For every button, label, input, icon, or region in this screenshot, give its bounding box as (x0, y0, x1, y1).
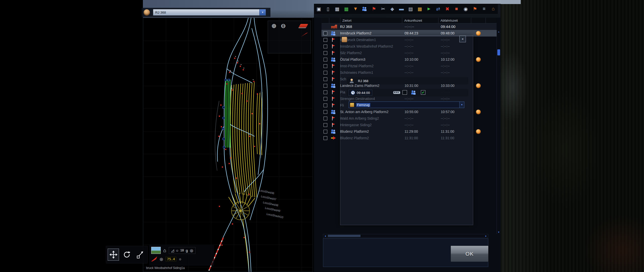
signal-icon[interactable]: ◉ (461, 4, 470, 14)
row-checkbox[interactable] (324, 123, 327, 127)
row-checkbox[interactable] (324, 58, 327, 61)
ok-button[interactable]: OK (451, 246, 489, 262)
service-name: RJ 368 (340, 24, 402, 29)
row-checkbox[interactable] (324, 117, 327, 120)
passenger-stop-icon (476, 83, 481, 88)
gauge-icon[interactable]: ◎ (160, 257, 163, 261)
angle-value[interactable]: 18 (180, 249, 184, 252)
popup-train-row: RJ 368 (347, 77, 468, 84)
rotate-tool-button[interactable] (121, 249, 132, 261)
flag-icon (331, 38, 336, 42)
rotate-icon (123, 250, 131, 259)
stop-properties-popup: × RJ 368 09:44:00 ✔ Fernzug ▼ (340, 35, 473, 225)
slope-icon[interactable]: ◿ (171, 249, 174, 252)
wagon-icon[interactable]: ▬ (397, 4, 406, 14)
scroll-thumb[interactable] (497, 49, 500, 55)
row-checkbox[interactable] (324, 38, 327, 42)
row-checkbox[interactable] (324, 77, 327, 81)
snap-icon[interactable]: ○ (176, 249, 178, 252)
row-checkbox[interactable] (324, 64, 327, 68)
combo-arrow-icon[interactable]: ▼ (259, 9, 266, 15)
translate-icon (136, 250, 144, 259)
passenger-stop-icon (476, 129, 481, 134)
row-checkbox[interactable] (324, 31, 327, 35)
horizontal-scrollbar[interactable]: ◄ ► (323, 234, 488, 238)
eraser-icon[interactable] (299, 24, 308, 27)
flag-icon (331, 51, 336, 55)
column-departure[interactable]: Abfahrtszeit (438, 18, 471, 23)
unchecked-checkbox[interactable] (403, 90, 407, 95)
category-icon (350, 103, 354, 107)
row-checkbox[interactable] (324, 71, 327, 75)
coach-icon (393, 90, 400, 95)
row-checkbox[interactable] (324, 110, 327, 114)
passengers-icon (411, 90, 416, 95)
scroll-down-icon[interactable]: ▼ (497, 231, 501, 233)
dropdown-arrow-icon[interactable]: ▼ (459, 102, 464, 108)
stop-name: Innsbruck Platform2 (340, 31, 402, 35)
row-checkbox[interactable] (324, 97, 327, 101)
palette-icon[interactable]: ▩ (415, 4, 425, 14)
category-value: Fernzug (356, 103, 370, 107)
flag-icon[interactable]: ⚑ (369, 4, 379, 14)
passengers-icon (331, 110, 336, 114)
popup-time-row: 09:44:00 ✔ (347, 89, 468, 96)
terrain-texture-icon[interactable] (151, 247, 161, 254)
delete-icon[interactable]: ▯ (324, 4, 333, 14)
row-checkbox[interactable] (324, 136, 327, 140)
track-map[interactable]: LocoShed46 LocoShed47 LocoShed48 LocoShe… (143, 18, 313, 272)
gravity-icon[interactable]: g (186, 249, 188, 252)
service-arrival: --:--:-- (402, 24, 438, 29)
grid-icon[interactable]: ▦ (333, 4, 342, 14)
house-icon[interactable]: ⌂ (163, 248, 166, 253)
timetable-icon[interactable]: ▦ (342, 4, 351, 14)
scroll-right-icon[interactable]: ► (484, 235, 488, 237)
row-checkbox[interactable] (324, 84, 327, 88)
zoom-out-icon[interactable]: ⊖ (281, 23, 286, 29)
track-diagram (143, 18, 313, 272)
column-destination[interactable]: Zielort (340, 18, 402, 23)
target-icon[interactable]: ◎ (190, 249, 193, 252)
scroll-left-icon[interactable]: ◄ (323, 235, 327, 237)
flag-icon (331, 70, 336, 75)
cancel-icon[interactable]: ✖ (443, 4, 452, 14)
row-checkbox[interactable] (324, 130, 327, 133)
notes-icon[interactable]: ▤ (406, 4, 415, 14)
vertical-scrollbar[interactable]: ▲ ▼ (497, 30, 501, 234)
column-arrival[interactable]: Ankunftszeit (402, 18, 438, 23)
couple-icon[interactable]: ◆ (388, 4, 397, 14)
train-select-combo[interactable]: RJ 368 ▼ (153, 9, 266, 16)
translate-object-button[interactable] (135, 249, 146, 261)
play-icon[interactable]: ► (424, 4, 434, 14)
flag-icon (331, 77, 336, 81)
loco-icon[interactable]: ■ (452, 4, 461, 14)
insert-below-icon[interactable]: ▼ (351, 4, 360, 14)
pen-icon[interactable] (300, 32, 308, 38)
track-icon[interactable]: ≡ (479, 4, 489, 14)
service-row[interactable]: RJ 368 --:--:-- 09:44:00 (321, 23, 497, 30)
cut-icon[interactable]: ✂ (379, 4, 388, 14)
clock-icon (351, 90, 355, 95)
checked-checkbox[interactable]: ✔ (421, 90, 425, 95)
depot-icon[interactable]: ⌂ (489, 4, 498, 14)
circle-tool-icon[interactable]: ○ (179, 257, 181, 261)
selected-train: RJ 368 (153, 11, 166, 14)
row-checkbox[interactable] (324, 104, 327, 107)
zoom-in-icon[interactable]: ⊕ (271, 23, 276, 29)
passengers-icon (331, 83, 336, 88)
flag-icon (331, 44, 336, 49)
scroll-up-icon[interactable]: ▲ (497, 30, 501, 33)
paint-tool-icon[interactable] (151, 256, 157, 261)
swap-icon[interactable]: ⇄ (434, 4, 443, 14)
move-tool-button[interactable] (108, 249, 119, 261)
row-checkbox[interactable] (324, 51, 327, 55)
stop-time-field[interactable]: 09:44:00 (348, 90, 372, 96)
passengers-icon[interactable] (360, 4, 370, 14)
row-checkbox[interactable] (324, 45, 327, 48)
save-icon[interactable]: ▣ (314, 4, 324, 14)
scroll-thumb[interactable] (328, 235, 360, 237)
close-button[interactable]: × (459, 36, 466, 42)
row-checkbox[interactable] (324, 90, 327, 94)
train-category-dropdown[interactable]: Fernzug ▼ (349, 101, 464, 108)
route-flag-icon[interactable]: ⚑ (470, 4, 480, 14)
